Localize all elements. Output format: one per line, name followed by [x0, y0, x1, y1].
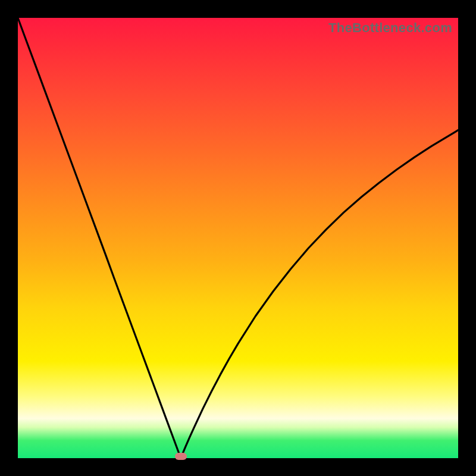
curve-layer: [18, 18, 458, 458]
chart-frame: TheBottleneck.com: [0, 0, 476, 476]
bottleneck-curve: [18, 18, 458, 458]
plot-area: TheBottleneck.com: [18, 18, 458, 458]
optimal-point-marker: [175, 453, 187, 460]
